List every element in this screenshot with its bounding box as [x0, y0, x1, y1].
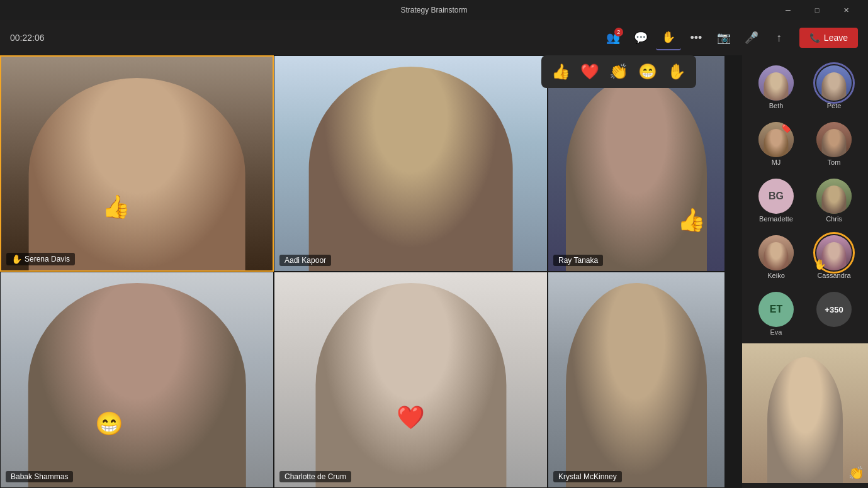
participants-row-4: Keiko ✋ Cassandra [742, 230, 868, 284]
participants-button[interactable]: 👥 2 [600, 25, 626, 50]
participant-keiko[interactable]: Keiko [758, 233, 794, 282]
main-content: 👍 ✋ Serena Davis Aadi Kapoor [0, 55, 868, 488]
maximize-button[interactable]: □ [803, 0, 831, 20]
participants-row-3: BG Bernadette Chris [742, 174, 868, 228]
call-timer: 00:22:06 [10, 33, 45, 43]
leave-label: Leave [824, 33, 848, 43]
aadi-nametag: Aadi Kapoor [279, 255, 331, 266]
participants-row-5: ET Eva +350 [742, 287, 868, 341]
more-options-button[interactable]: ••• [684, 25, 709, 50]
serena-nametag: ✋ Serena Davis [6, 253, 75, 265]
chat-button[interactable]: 💬 [628, 25, 653, 50]
serena-name: Serena Davis [25, 255, 70, 263]
toolbar-actions: 👥 2 💬 ✋ ••• 📷 🎤 ↑ 📞 Leave [600, 25, 858, 50]
participant-bernadette[interactable]: BG Bernadette [758, 176, 794, 225]
ray-name: Ray Tanaka [558, 256, 598, 265]
aadi-name: Aadi Kapoor [285, 256, 326, 265]
participant-chris[interactable]: Chris [816, 176, 852, 225]
participants-row-2: ❤️ MJ Tom [742, 117, 868, 171]
tom-name: Tom [828, 158, 841, 166]
raise-hand-reaction[interactable]: ✋ [665, 60, 689, 83]
camera-icon: 📷 [717, 31, 731, 45]
reaction-bar: 👍 ❤️ 👏 😁 ✋ [541, 55, 696, 88]
aadi-video: Aadi Kapoor [274, 56, 547, 271]
mj-name: MJ [772, 158, 781, 166]
beth-name: Beth [769, 102, 784, 109]
clap-reaction[interactable]: 👏 [607, 60, 631, 83]
krystal-video: Krystal McKinney [548, 272, 724, 487]
babak-video: 😁 Babak Shammas [1, 272, 273, 487]
keiko-avatar [758, 235, 794, 270]
participant-cassandra[interactable]: ✋ Cassandra [816, 233, 852, 282]
laugh-reaction[interactable]: 😁 [636, 60, 660, 83]
babak-name: Babak Shammas [11, 472, 68, 481]
bottom-participant-hand: 👏 [848, 465, 864, 480]
chat-icon: 💬 [634, 31, 648, 45]
window-controls: ─ □ ✕ [774, 0, 860, 20]
krystal-nametag: Krystal McKinney [553, 471, 622, 482]
babak-nametag: Babak Shammas [6, 471, 73, 482]
window-title: Strategy Brainstorm [400, 6, 467, 14]
pete-avatar [816, 65, 852, 101]
participants-panel: Beth Pete ❤️ MJ [742, 55, 868, 488]
chris-avatar [816, 179, 852, 214]
participant-eva[interactable]: ET Eva [758, 289, 794, 338]
pete-name: Pete [827, 102, 842, 109]
close-button[interactable]: ✕ [831, 0, 860, 20]
participant-pete[interactable]: Pete [816, 63, 852, 112]
participant-more[interactable]: +350 [816, 289, 852, 338]
ray-video: 👍 Ray Tanaka [548, 56, 724, 271]
participant-beth[interactable]: Beth [758, 63, 794, 112]
reaction-icon: ✋ [662, 30, 675, 44]
hand-raise-indicator: ✋ [11, 254, 22, 264]
reactions-button[interactable]: ✋ [656, 25, 681, 50]
mj-avatar: ❤️ [758, 122, 794, 157]
leave-button[interactable]: 📞 Leave [799, 28, 858, 48]
microphone-button[interactable]: 🎤 [739, 25, 764, 50]
video-cell-babak[interactable]: 😁 Babak Shammas [0, 272, 274, 488]
video-cell-krystal[interactable]: Krystal McKinney [548, 272, 725, 488]
eva-name: Eva [770, 328, 782, 336]
toolbar: 00:22:06 👥 2 💬 ✋ ••• 📷 🎤 ↑ 📞 Leave [0, 20, 868, 55]
charlotte-name: Charlotte de Crum [285, 472, 346, 481]
more-participants-badge: +350 [816, 292, 852, 327]
beth-avatar [758, 65, 794, 101]
tom-avatar [816, 122, 852, 157]
cassandra-hand-icon: ✋ [814, 258, 826, 270]
thumbsup-reaction[interactable]: 👍 [549, 60, 573, 83]
video-cell-aadi[interactable]: Aadi Kapoor [274, 55, 548, 272]
video-cell-serena[interactable]: 👍 ✋ Serena Davis [0, 55, 274, 272]
bottom-participant-video[interactable]: 👏 [742, 343, 868, 483]
share-button[interactable]: ↑ [767, 25, 792, 50]
video-cell-charlotte[interactable]: ❤️ Charlotte de Crum [274, 272, 548, 488]
serena-video: 👍 ✋ Serena Davis [1, 57, 273, 270]
heart-reaction[interactable]: ❤️ [578, 60, 602, 83]
ray-nametag: Ray Tanaka [553, 255, 603, 266]
more-icon: ••• [690, 31, 702, 45]
keiko-name: Keiko [767, 272, 785, 279]
cassandra-name: Cassandra [817, 272, 850, 279]
share-icon: ↑ [776, 31, 782, 45]
titlebar: Strategy Brainstorm ─ □ ✕ [0, 0, 868, 20]
mic-icon: 🎤 [745, 31, 758, 45]
video-grid: 👍 ✋ Serena Davis Aadi Kapoor [0, 55, 742, 488]
phone-icon: 📞 [809, 33, 820, 43]
participants-badge: 2 [614, 28, 623, 36]
participant-tom[interactable]: Tom [816, 119, 852, 169]
participants-row-1: Beth Pete [742, 60, 868, 114]
bernadette-name: Bernadette [759, 215, 793, 223]
charlotte-video: ❤️ Charlotte de Crum [274, 272, 547, 487]
charlotte-nametag: Charlotte de Crum [279, 471, 351, 482]
participant-mj[interactable]: ❤️ MJ [758, 119, 794, 169]
camera-button[interactable]: 📷 [711, 25, 736, 50]
minimize-button[interactable]: ─ [774, 0, 803, 20]
bernadette-avatar: BG [758, 179, 794, 214]
krystal-name: Krystal McKinney [558, 472, 617, 481]
chris-name: Chris [826, 215, 842, 223]
eva-avatar: ET [758, 292, 794, 327]
